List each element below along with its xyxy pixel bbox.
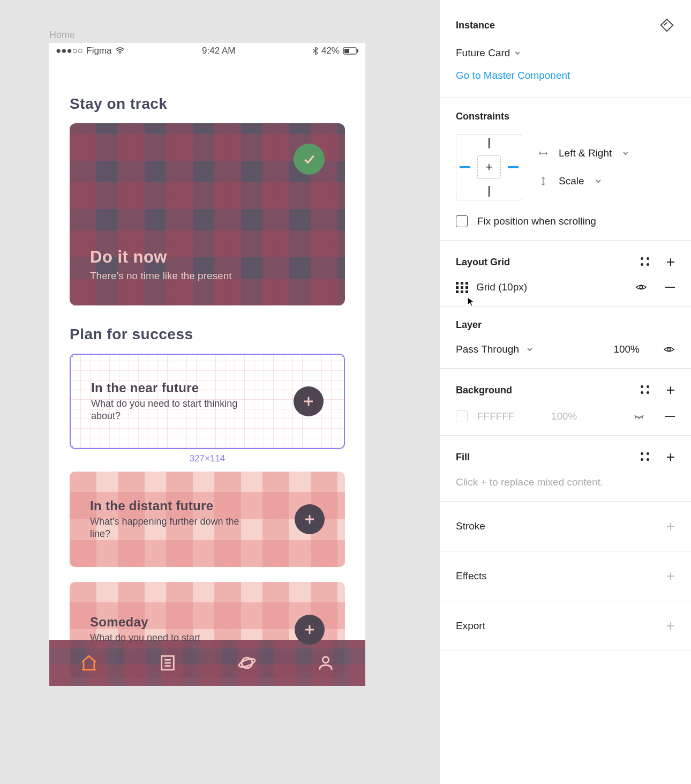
phone-frame[interactable]: ●●●○○ Figma 9:42 AM 42% Stay on track [49,43,365,686]
eye-icon[interactable] [663,344,675,355]
card-subtitle: What's happening further down the line? [90,516,245,541]
svg-point-7 [323,657,329,663]
svg-point-6 [238,657,256,668]
wifi-icon [115,47,125,55]
do-it-now-card[interactable]: Do it now There's no time like the prese… [70,123,345,305]
add-button[interactable] [295,615,325,645]
svg-point-9 [667,348,671,351]
list-icon[interactable] [159,654,177,672]
card-subtitle: What do you need to start [90,632,200,644]
plus-icon [303,623,316,636]
styles-icon[interactable] [641,257,650,267]
grid-type-icon[interactable] [456,282,469,293]
arrow-vertical-icon [538,176,548,186]
clock: 9:42 AM [202,46,235,56]
blend-mode-select[interactable]: Pass Through [456,344,519,355]
instance-select[interactable]: Future Card [456,47,675,59]
cursor-icon [467,296,475,307]
bg-opacity[interactable]: 100% [551,410,577,422]
card-title: Someday [90,615,200,630]
add-fill-button[interactable]: + [666,449,675,466]
svg-point-0 [119,53,120,54]
add-button[interactable] [295,504,325,534]
resize-handle[interactable] [342,446,345,449]
section-title-1: Stay on track [70,95,345,113]
effects-header: Effects [456,570,487,582]
card-subtitle: What do you need to start thinking about… [91,398,246,423]
canvas-area[interactable]: Home ●●●○○ Figma 9:42 AM 42% Stay on tra… [0,0,439,784]
add-export-button[interactable]: + [666,617,675,634]
battery-pct: 42% [321,46,340,56]
styles-icon[interactable] [641,385,650,395]
check-icon [302,152,316,166]
fix-position-label: Fix position when scrolling [477,215,596,227]
arrow-horizontal-icon [538,148,548,158]
chevron-down-icon [595,178,602,184]
add-effect-button[interactable]: + [666,568,675,585]
constraint-horizontal-select[interactable]: Left & Right [538,147,629,159]
instance-header: Instance [456,20,495,31]
instance-name: Future Card [456,47,510,59]
signal-dots-icon: ●●●○○ [56,46,83,56]
fill-placeholder: Click + to replace mixed content. [456,476,675,488]
styles-icon[interactable] [641,452,650,462]
add-background-button[interactable]: + [666,382,675,399]
add-stroke-button[interactable]: + [666,518,675,535]
eye-icon[interactable] [635,281,647,293]
card-title: In the near future [91,380,246,395]
battery-icon [343,47,359,55]
tab-bar [49,640,365,686]
background-header: Background [456,385,512,396]
export-header: Export [456,620,485,632]
layer-opacity-input[interactable]: 100% [613,344,640,355]
layout-grid-header: Layout Grid [456,257,510,268]
home-icon[interactable] [80,654,98,672]
layer-header: Layer [456,319,482,331]
resize-handle[interactable] [342,354,345,357]
plus-icon [303,513,316,526]
plus-icon [302,395,315,408]
properties-panel: Instance Future Card Go to Master Compon… [439,0,691,784]
reset-instance-icon[interactable] [659,17,675,33]
constraints-header: Constraints [456,111,509,122]
eye-closed-icon[interactable] [633,410,645,422]
chevron-down-icon [622,150,629,156]
bg-color-swatch[interactable] [456,410,468,422]
status-bar: ●●●○○ Figma 9:42 AM 42% [49,43,365,59]
card-title: In the distant future [90,498,245,513]
resize-handle[interactable] [70,354,73,357]
resize-handle[interactable] [70,446,73,449]
future-card-near[interactable]: In the near future What do you need to s… [70,354,345,449]
big-card-title: Do it now [90,248,231,267]
add-button[interactable] [294,386,324,416]
selection-dimensions: 327×114 [190,453,226,464]
profile-icon[interactable] [317,654,335,672]
add-grid-button[interactable]: + [666,253,675,271]
svg-rect-2 [344,49,349,53]
future-card-distant[interactable]: In the distant future What's happening f… [70,472,345,567]
chevron-down-icon [514,50,521,56]
big-card-subtitle: There's no time like the present [90,270,231,282]
bg-color-hex[interactable]: FFFFFF [477,410,515,422]
fill-header: Fill [456,452,470,463]
chevron-down-icon [527,346,533,353]
bluetooth-icon [313,47,318,55]
go-to-master-link[interactable]: Go to Master Component [456,70,570,81]
svg-point-8 [640,286,643,289]
constraints-widget[interactable]: + [456,134,522,200]
section-title-2: Plan for success [70,326,345,343]
constraint-vertical-select[interactable]: Scale [538,175,629,187]
svg-rect-3 [357,49,358,53]
remove-bg-button[interactable] [665,416,675,417]
remove-grid-button[interactable] [665,287,675,288]
planet-icon[interactable] [238,654,256,672]
grid-label[interactable]: Grid (10px) [476,281,527,293]
carrier-label: Figma [86,46,111,56]
check-badge[interactable] [294,144,325,175]
fix-position-checkbox[interactable] [456,215,468,227]
frame-label[interactable]: Home [49,29,75,41]
stroke-header: Stroke [456,520,485,532]
